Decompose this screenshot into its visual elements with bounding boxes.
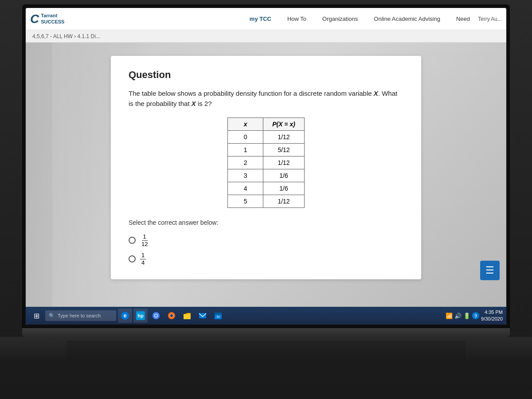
col-x-header: x: [228, 118, 263, 131]
table-row: 3 1/6: [228, 169, 305, 182]
taskbar-search-area: 🔍 Type here to search: [45, 310, 116, 321]
taskbar-clock: 4:35 PM 9/30/2020: [481, 309, 503, 323]
row-2-x: 2: [228, 156, 263, 169]
probability-table: x P(X = x) 0 1/12 1: [227, 117, 305, 208]
taskbar-app-chrome[interactable]: [149, 309, 163, 323]
fraction-1: 1 12: [140, 233, 149, 247]
answer-options: 1 12 1 4: [129, 233, 403, 266]
svg-rect-10: [184, 314, 191, 319]
table-row: 1 5/12: [228, 144, 305, 156]
svg-point-9: [170, 314, 173, 317]
variable-x: X: [374, 90, 378, 97]
answer-option-2: 1 4: [129, 252, 403, 266]
start-button[interactable]: ⊞: [29, 309, 43, 322]
taskbar-app-edge[interactable]: e: [118, 309, 132, 323]
fraction-2-num: 1: [140, 252, 146, 259]
svg-text:e: e: [124, 313, 127, 319]
laptop-bottom: [22, 328, 510, 337]
nav-link-advising[interactable]: Online Academic Advising: [370, 14, 444, 24]
row-0-x: 0: [228, 131, 263, 144]
table-row: 4 1/6: [228, 182, 305, 195]
time-display: 4:35 PM: [485, 309, 503, 316]
table-row: 0 1/12: [228, 131, 305, 144]
battery-icon: 🔋: [463, 313, 470, 319]
logo-c-icon: C: [30, 12, 39, 26]
taskbar-apps: e hp: [118, 309, 444, 323]
search-placeholder: Type here to search: [58, 313, 101, 318]
nav-link-need[interactable]: Need: [453, 14, 473, 24]
row-5-px: 1/12: [263, 195, 305, 208]
fraction-2-den: 4: [140, 259, 146, 266]
svg-text:30: 30: [216, 315, 220, 318]
row-4-px: 1/6: [263, 182, 305, 195]
main-content: Question The table below shows a probabi…: [26, 43, 506, 307]
svg-point-6: [155, 314, 157, 317]
nav-user: Terry Au...: [478, 16, 502, 22]
prob-table-wrapper: x P(X = x) 0 1/12 1: [129, 117, 403, 208]
answer-option-1: 1 12: [129, 233, 403, 247]
question-title: Question: [129, 69, 403, 81]
notification-count: 9: [472, 312, 479, 319]
date-display: 9/30/2020: [481, 316, 503, 322]
laptop-outer: C Tarrant SUCCESS my TCC How To Organiza…: [0, 0, 532, 399]
table-row: 5 1/12: [228, 195, 305, 208]
breadcrumb: 4,5,6,7 - ALL HW › 4.1.1 Di...: [26, 30, 506, 43]
select-answer-label: Select the correct answer below:: [129, 219, 403, 226]
help-chat-button[interactable]: ☰: [480, 261, 500, 280]
keyboard-area: [66, 340, 466, 360]
nav-links: my TCC How To Organizations Online Acade…: [246, 14, 473, 24]
logo-line1: Tarrant: [41, 13, 64, 19]
svg-text:hp: hp: [137, 313, 144, 318]
row-1-px: 5/12: [263, 144, 305, 156]
wifi-icon: 📶: [446, 313, 453, 319]
row-5-x: 5: [228, 195, 263, 208]
taskbar-system-tray: 📶 🔊 🔋 9 4:35 PM 9/30/2020: [446, 309, 503, 323]
fraction-1-num: 1: [142, 233, 148, 241]
taskbar-app-calendar[interactable]: 30: [211, 309, 225, 323]
row-2-px: 1/12: [263, 156, 305, 169]
screen: C Tarrant SUCCESS my TCC How To Organiza…: [26, 8, 506, 325]
table-row: 2 1/12: [228, 156, 305, 169]
radio-2[interactable]: [129, 255, 136, 262]
question-text: The table below shows a probability dens…: [129, 89, 403, 109]
logo-text: Tarrant SUCCESS: [41, 13, 64, 24]
nav-bar: C Tarrant SUCCESS my TCC How To Organiza…: [26, 8, 506, 30]
nav-logo: C Tarrant SUCCESS: [30, 12, 64, 26]
screen-bezel: C Tarrant SUCCESS my TCC How To Organiza…: [22, 4, 510, 328]
breadcrumb-text: 4,5,6,7 - ALL HW › 4.1.1 Di...: [32, 33, 100, 39]
taskbar-app-hp[interactable]: hp: [133, 309, 148, 323]
variable-x2: X: [192, 100, 196, 107]
row-0-px: 1/12: [263, 131, 305, 144]
row-4-x: 4: [228, 182, 263, 195]
taskbar-app-mail[interactable]: [196, 309, 210, 323]
volume-icon: 🔊: [454, 313, 462, 319]
chat-icon: ☰: [485, 266, 494, 275]
row-3-x: 3: [228, 169, 263, 182]
fraction-2: 1 4: [140, 252, 146, 266]
nav-link-organizations[interactable]: Organizations: [319, 14, 361, 24]
laptop-base: [0, 337, 532, 364]
radio-1[interactable]: [129, 237, 136, 244]
svg-rect-13: [215, 313, 222, 315]
nav-link-howto[interactable]: How To: [284, 14, 310, 24]
row-3-px: 1/6: [263, 169, 305, 182]
nav-link-mytcc[interactable]: my TCC: [246, 14, 275, 24]
row-1-x: 1: [228, 144, 263, 156]
taskbar: ⊞ 🔍 Type here to search e hp: [26, 307, 506, 325]
col-px-header: P(X = x): [263, 118, 305, 131]
taskbar-app-files[interactable]: [180, 309, 194, 323]
logo-line2: SUCCESS: [41, 19, 64, 25]
svg-rect-11: [199, 313, 206, 318]
search-icon: 🔍: [49, 313, 55, 319]
fraction-1-den: 12: [140, 241, 149, 248]
taskbar-app-firefox[interactable]: [164, 309, 179, 323]
question-card: Question The table below shows a probabi…: [111, 56, 421, 279]
